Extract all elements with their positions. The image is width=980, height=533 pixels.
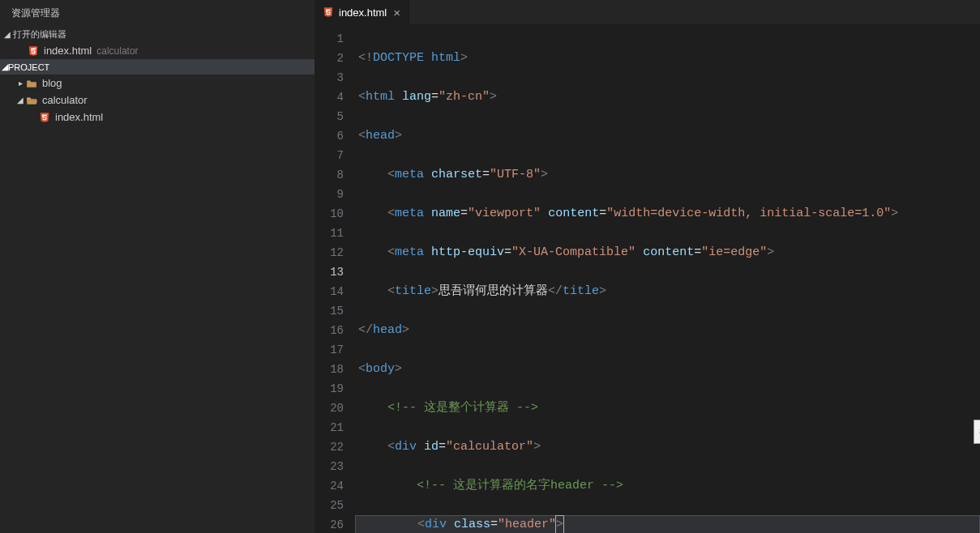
open-editor-file[interactable]: index.html calculator — [0, 42, 315, 59]
code-line[interactable]: <body> — [355, 360, 980, 379]
line-number: 10 — [315, 204, 344, 224]
line-number: 11 — [315, 224, 344, 243]
line-number: 4 — [315, 87, 344, 107]
html5-icon — [323, 6, 334, 18]
chevron-right-icon: ▸ — [15, 79, 26, 87]
line-number: 15 — [315, 301, 344, 321]
line-number: 6 — [315, 126, 344, 146]
line-number: 24 — [315, 476, 344, 496]
tree-folder-blog[interactable]: ▸ blog — [0, 75, 315, 92]
line-number: 18 — [315, 360, 344, 379]
html5-icon — [28, 45, 39, 57]
folder-icon — [26, 79, 37, 88]
line-number: 8 — [315, 165, 344, 185]
editor-tabs: index.html × — [315, 0, 980, 24]
line-number: 12 — [315, 243, 344, 262]
tree-label: calculator — [42, 94, 88, 106]
sidebar-title: 资源管理器 — [0, 0, 315, 27]
project-label: PROJECT — [8, 62, 49, 72]
line-number: 5 — [315, 107, 344, 126]
code-line[interactable]: <head> — [355, 126, 980, 146]
code-line[interactable]: <!-- 这是整个计算器 --> — [355, 399, 980, 418]
tree-label: blog — [42, 77, 62, 89]
folder-open-icon — [26, 96, 37, 105]
open-editors-label: 打开的编辑器 — [13, 28, 66, 41]
code-line[interactable]: </head> — [355, 321, 980, 340]
line-number: 9 — [315, 185, 344, 204]
editor-area: index.html × 1 2 3 4 5 6 7 8 9 10 11 12 … — [315, 0, 980, 533]
chevron-down-icon: ◢ — [2, 30, 13, 39]
tree-folder-calculator[interactable]: ◢ calculator — [0, 92, 315, 109]
line-number: 17 — [315, 340, 344, 360]
code-line[interactable]: <div id="calculator"> — [355, 437, 980, 457]
explorer-sidebar: 资源管理器 ◢ 打开的编辑器 index.html calculator ◢ P… — [0, 0, 315, 533]
line-number: 1 — [315, 29, 344, 49]
tab-label: index.html — [339, 6, 387, 19]
html5-icon — [39, 112, 50, 123]
line-number: 7 — [315, 146, 344, 165]
line-number: 19 — [315, 379, 344, 399]
line-number: 16 — [315, 321, 344, 340]
code-editor[interactable]: 1 2 3 4 5 6 7 8 9 10 11 12 13 14 15 16 1… — [315, 24, 980, 533]
tree-label: index.html — [55, 111, 103, 123]
chevron-down-icon: ◢ — [2, 62, 8, 72]
open-editor-folder: calculator — [96, 45, 138, 57]
line-number: 3 — [315, 68, 344, 87]
code-line[interactable]: <!DOCTYPE html> — [355, 49, 980, 68]
code-line[interactable]: <title>思吾谓何思的计算器</title> — [355, 282, 980, 301]
tab-indexhtml[interactable]: index.html × — [315, 0, 409, 24]
line-number: 2 — [315, 49, 344, 68]
line-number: 14 — [315, 282, 344, 301]
line-number: 20 — [315, 399, 344, 418]
line-number: 23 — [315, 457, 344, 476]
code-line[interactable]: <meta charset="UTF-8"> — [355, 165, 980, 185]
open-editors-header[interactable]: ◢ 打开的编辑器 — [0, 27, 315, 42]
project-header[interactable]: ◢ PROJECT — [0, 59, 315, 75]
open-editor-filename: index.html — [44, 45, 92, 57]
line-number: 21 — [315, 418, 344, 437]
close-icon[interactable]: × — [393, 6, 400, 19]
code-content[interactable]: <!DOCTYPE html> <html lang="zh-cn"> <hea… — [355, 24, 980, 533]
code-line-current[interactable]: <div class="header"> — [355, 515, 980, 533]
line-number: 26 — [315, 515, 344, 533]
code-line[interactable]: <meta http-equiv="X-UA-Compatible" conte… — [355, 243, 980, 262]
tree-file-indexhtml[interactable]: index.html — [0, 109, 315, 126]
chevron-down-icon: ◢ — [15, 96, 26, 104]
line-number: 22 — [315, 437, 344, 457]
code-line[interactable]: <!-- 这是计算器的名字header --> — [355, 476, 980, 496]
line-gutter: 1 2 3 4 5 6 7 8 9 10 11 12 13 14 15 16 1… — [315, 24, 355, 533]
screenshot-tooltip: 截图(Ctrl + NUMPAD4) — [974, 420, 980, 444]
code-line[interactable]: <html lang="zh-cn"> — [355, 87, 980, 107]
code-line[interactable]: <meta name="viewport" content="width=dev… — [355, 204, 980, 224]
line-number: 13 — [315, 262, 344, 282]
line-number: 25 — [315, 496, 344, 515]
